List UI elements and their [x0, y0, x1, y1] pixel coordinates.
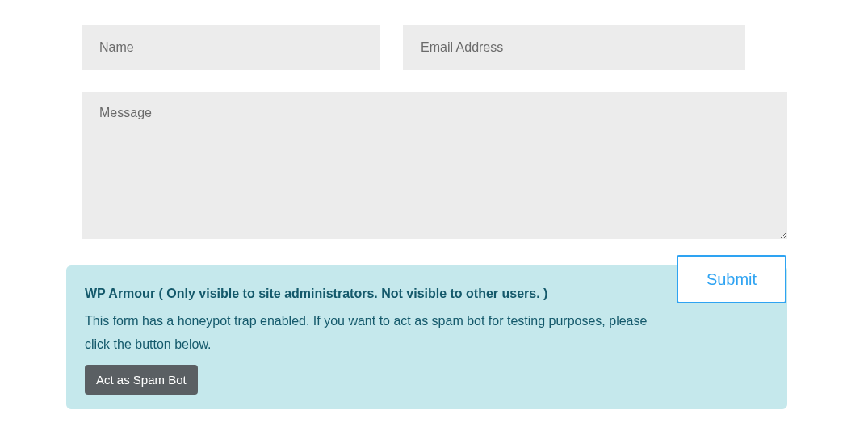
form-top-row	[82, 25, 787, 70]
email-field[interactable]	[403, 25, 745, 70]
notice-description: This form has a honeypot trap enabled. I…	[85, 309, 666, 357]
act-as-spam-bot-button[interactable]: Act as Spam Bot	[85, 365, 198, 395]
submit-row: Submit	[677, 255, 786, 303]
submit-button[interactable]: Submit	[677, 255, 786, 303]
name-field[interactable]	[82, 25, 380, 70]
contact-form	[82, 25, 787, 242]
notice-title: WP Armour ( Only visible to site adminis…	[85, 283, 769, 304]
message-field[interactable]	[82, 92, 787, 239]
